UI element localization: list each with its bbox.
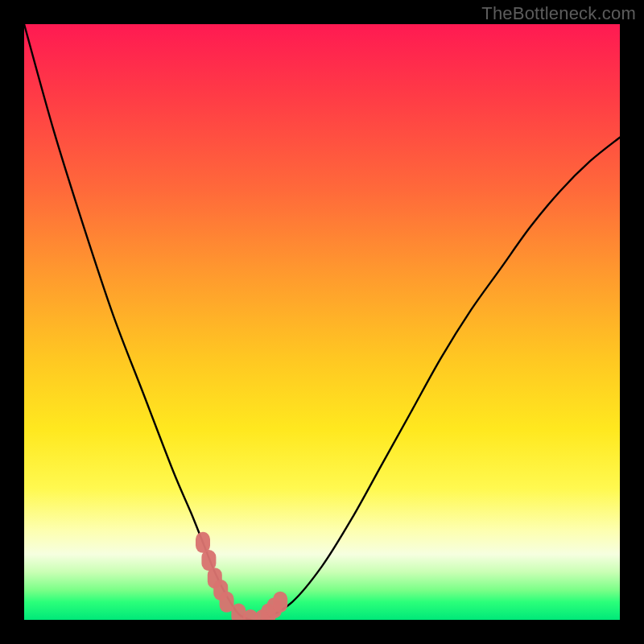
curve-svg	[24, 24, 620, 620]
svg-rect-0	[196, 532, 210, 553]
svg-rect-1	[201, 550, 216, 571]
highlight-near-minimum	[196, 532, 287, 620]
chart-frame: TheBottleneck.com	[0, 0, 644, 644]
bottleneck-curve	[24, 24, 620, 620]
plot-area	[24, 24, 620, 620]
watermark-text: TheBottleneck.com	[481, 3, 636, 24]
svg-rect-10	[273, 592, 287, 613]
